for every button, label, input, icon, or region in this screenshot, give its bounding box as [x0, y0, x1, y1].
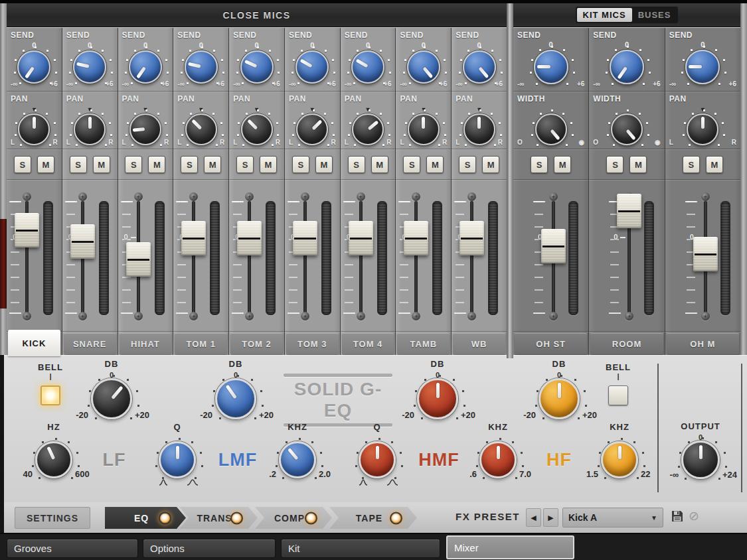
- preset-select[interactable]: Kick A ▼: [562, 508, 663, 527]
- mute-button[interactable]: M: [315, 156, 333, 173]
- channel-select-button[interactable]: TOM 3: [286, 333, 339, 354]
- solo-button[interactable]: S: [459, 156, 476, 173]
- fader-handle[interactable]: [693, 237, 718, 271]
- pan-knob[interactable]: ▼: [296, 113, 328, 145]
- channel-select-button[interactable]: WB: [453, 333, 505, 354]
- pan-knob[interactable]: ▼: [185, 113, 217, 145]
- save-preset-icon[interactable]: [671, 510, 684, 525]
- tab-mixer[interactable]: Mixer: [446, 535, 574, 559]
- send-knob[interactable]: 0: [295, 50, 329, 84]
- solo-button[interactable]: S: [348, 156, 365, 173]
- channel-select-button[interactable]: KICK: [8, 330, 60, 356]
- lmf-q-knob[interactable]: Q: [159, 441, 196, 478]
- mute-button[interactable]: M: [706, 156, 723, 173]
- tab-grooves[interactable]: Grooves: [7, 539, 138, 558]
- lf-gain-knob[interactable]: DB0-20+20: [91, 378, 132, 419]
- solo-button[interactable]: S: [236, 156, 254, 173]
- mute-button[interactable]: M: [93, 156, 110, 173]
- fader-handle[interactable]: [404, 221, 428, 255]
- eq-led[interactable]: [159, 512, 171, 524]
- channel-select-button[interactable]: OH ST: [515, 333, 587, 354]
- output-knob[interactable]: OUTPUT0-∞+24: [681, 441, 720, 479]
- send-knob[interactable]: 0: [685, 50, 720, 84]
- mute-button[interactable]: M: [148, 156, 165, 173]
- tab-options[interactable]: Options: [143, 539, 276, 558]
- solo-button[interactable]: S: [606, 156, 623, 173]
- fader-handle[interactable]: [349, 221, 373, 255]
- fader-handle[interactable]: [237, 221, 262, 255]
- hf-freq-knob[interactable]: KHZ1.522: [601, 441, 638, 478]
- mute-button[interactable]: M: [482, 156, 499, 173]
- mute-button[interactable]: M: [37, 156, 54, 173]
- settings-button[interactable]: SETTINGS: [15, 507, 90, 529]
- mute-button[interactable]: M: [554, 156, 571, 173]
- send-knob[interactable]: 0: [129, 50, 162, 84]
- solo-button[interactable]: S: [181, 156, 198, 173]
- mute-button[interactable]: M: [629, 156, 647, 173]
- hf-gain-knob[interactable]: DB0-20+20: [539, 378, 580, 419]
- pan-knob[interactable]: ▼: [687, 113, 718, 145]
- pan-knob[interactable]: ▼: [463, 113, 495, 145]
- tab-kit[interactable]: Kit: [281, 539, 440, 558]
- preset-prev-button[interactable]: ◀: [526, 508, 541, 527]
- lmf-gain-knob[interactable]: DB0-20+20: [215, 378, 256, 419]
- channel-select-button[interactable]: ROOM: [590, 333, 663, 354]
- mute-button[interactable]: M: [260, 156, 277, 173]
- send-knob[interactable]: 0: [407, 50, 440, 84]
- hmf-q-knob[interactable]: Q: [359, 441, 396, 478]
- fx-tab-eq[interactable]: EQ: [105, 507, 186, 529]
- fx-tab-trans[interactable]: TRANS: [179, 507, 258, 529]
- tape-led[interactable]: [390, 512, 402, 524]
- send-knob[interactable]: 0: [463, 50, 496, 84]
- send-knob[interactable]: 0: [185, 50, 218, 84]
- width-knob[interactable]: [611, 113, 643, 145]
- send-knob[interactable]: 0: [73, 50, 106, 84]
- channel-select-button[interactable]: TOM 2: [230, 333, 283, 354]
- solo-button[interactable]: S: [403, 156, 420, 173]
- fader-handle[interactable]: [15, 213, 39, 247]
- solo-button[interactable]: S: [70, 156, 87, 173]
- pan-knob[interactable]: ▼: [129, 113, 161, 145]
- fader-track[interactable]: [414, 201, 418, 314]
- channel-select-button[interactable]: SNARE: [64, 333, 116, 354]
- solo-button[interactable]: S: [531, 156, 548, 173]
- tab-kit-mics[interactable]: KIT MICS: [577, 8, 632, 22]
- fader-handle[interactable]: [541, 229, 566, 263]
- solo-button[interactable]: S: [125, 156, 142, 173]
- pan-knob[interactable]: ▼: [74, 113, 106, 145]
- pan-knob[interactable]: ▼: [408, 113, 440, 145]
- width-knob[interactable]: [535, 113, 567, 145]
- lmf-freq-knob[interactable]: KHZ.22.0: [279, 441, 316, 478]
- fader-handle[interactable]: [126, 242, 151, 277]
- channel-select-button[interactable]: HIHAT: [120, 333, 172, 354]
- fader-track[interactable]: [248, 201, 251, 314]
- trans-led[interactable]: [230, 512, 243, 524]
- comp-led[interactable]: [305, 512, 317, 524]
- preset-next-button[interactable]: ▶: [543, 508, 558, 527]
- pan-knob[interactable]: ▼: [352, 113, 384, 145]
- fader-handle[interactable]: [459, 221, 484, 255]
- pan-knob[interactable]: ▼: [241, 113, 273, 145]
- fx-tab-tape[interactable]: TAPE: [329, 507, 417, 529]
- fader-handle[interactable]: [70, 224, 95, 259]
- hf-bell-button[interactable]: [608, 385, 628, 405]
- fader-handle[interactable]: [293, 221, 317, 255]
- send-knob[interactable]: 0: [17, 50, 50, 84]
- mute-button[interactable]: M: [204, 156, 221, 173]
- channel-select-button[interactable]: TOM 1: [175, 333, 227, 354]
- mute-button[interactable]: M: [426, 156, 444, 173]
- send-knob[interactable]: 0: [240, 50, 274, 84]
- pan-knob[interactable]: ▼: [18, 113, 50, 145]
- channel-select-button[interactable]: OH M: [667, 333, 739, 354]
- solo-button[interactable]: S: [14, 156, 31, 173]
- lf-freq-knob[interactable]: HZ40600: [35, 441, 72, 478]
- fader-handle[interactable]: [617, 194, 641, 228]
- channel-select-button[interactable]: TAMB: [397, 333, 450, 354]
- fader-track[interactable]: [470, 201, 473, 314]
- channel-select-button[interactable]: TOM 4: [342, 333, 394, 354]
- fader-track[interactable]: [359, 201, 363, 314]
- solo-button[interactable]: S: [683, 156, 700, 173]
- hmf-freq-knob[interactable]: KHZ.67.0: [479, 441, 517, 478]
- send-knob[interactable]: 0: [351, 50, 384, 84]
- mute-button[interactable]: M: [371, 156, 388, 173]
